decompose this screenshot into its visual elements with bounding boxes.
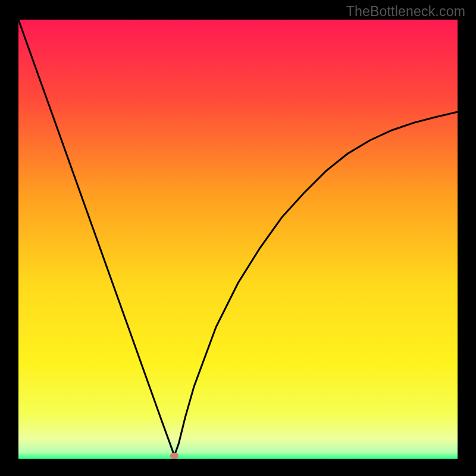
bottleneck-curve xyxy=(18,20,458,459)
chart-frame: TheBottleneck.com xyxy=(0,0,476,476)
curve-minimum-marker xyxy=(170,453,178,459)
watermark-text: TheBottleneck.com xyxy=(346,4,465,20)
